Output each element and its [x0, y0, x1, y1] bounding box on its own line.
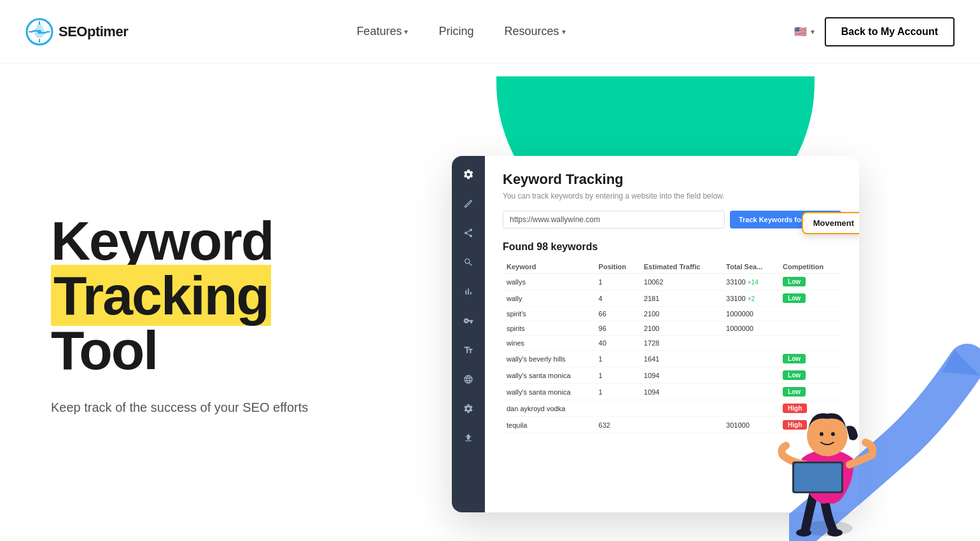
nav-resources[interactable]: Resources ▾ — [504, 25, 565, 38]
total-cell: 33100 +2 — [722, 290, 779, 307]
keyword-cell: tequila — [503, 417, 595, 433]
hero-right: Keyword Tracking You can track keywords … — [382, 89, 929, 541]
hero-subtitle: Keep track of the success of your SEO ef… — [51, 398, 382, 417]
traffic-cell — [640, 400, 722, 417]
dashboard-sidebar — [452, 156, 485, 512]
competition-badge: Low — [783, 293, 806, 303]
keyword-cell: wally's santa monica — [503, 367, 595, 384]
svg-rect-7 — [794, 463, 841, 491]
svg-point-1 — [38, 30, 41, 34]
website-input[interactable] — [503, 211, 725, 228]
competition-cell — [779, 307, 841, 321]
sidebar-icon-globe — [460, 371, 477, 388]
position-cell: 66 — [595, 307, 640, 321]
total-cell — [722, 336, 779, 351]
keyword-cell: dan aykroyd vodka — [503, 400, 595, 417]
keyword-cell: wally's beverly hills — [503, 351, 595, 367]
back-to-account-button[interactable]: Back to My Account — [825, 17, 955, 46]
traffic-cell: 1641 — [640, 351, 722, 367]
col-keyword: Keyword — [503, 260, 595, 274]
position-cell: 632 — [595, 417, 640, 433]
keyword-cell: wally's santa monica — [503, 384, 595, 400]
keyword-cell: spirits — [503, 321, 595, 336]
svg-point-5 — [827, 529, 843, 537]
dashboard-title: Keyword Tracking — [503, 171, 841, 188]
found-keywords-count: Found 98 keywords — [503, 241, 841, 253]
movement-value: +2 — [748, 295, 755, 302]
sidebar-icon-search — [460, 254, 477, 270]
keyword-cell: spirit's — [503, 307, 595, 321]
movement-value: +14 — [748, 279, 759, 286]
sidebar-icon-gear2 — [460, 400, 477, 417]
position-cell — [595, 400, 640, 417]
total-cell: 1000000 — [722, 321, 779, 336]
svg-point-9 — [820, 432, 823, 436]
position-cell: 4 — [595, 290, 640, 307]
language-selector[interactable]: 🇺🇸 ▾ — [794, 25, 815, 38]
navbar: SEOptimer Features ▾ Pricing Resources ▾… — [0, 0, 980, 64]
col-traffic: Estimated Traffic — [640, 260, 722, 274]
col-competition: Competition — [779, 260, 841, 274]
hero-title: Keyword Tracking Tool — [51, 213, 382, 377]
position-cell: 1 — [595, 384, 640, 400]
competition-badge: Low — [783, 277, 806, 286]
language-chevron: ▾ — [811, 27, 815, 36]
traffic-cell: 1094 — [640, 367, 722, 384]
sidebar-icon-share — [460, 225, 477, 241]
svg-point-8 — [807, 416, 848, 456]
table-row: wally 4 2181 33100 +2 Low — [503, 290, 841, 307]
competition-cell: Low — [779, 274, 841, 290]
position-cell: 40 — [595, 336, 640, 351]
dashboard-subtitle: You can track keywords by entering a web… — [503, 192, 841, 200]
highlight-tracking: Tracking — [51, 265, 271, 326]
logo-text: SEOptimer — [59, 24, 128, 40]
traffic-cell: 2100 — [640, 321, 722, 336]
competition-cell — [779, 321, 841, 336]
traffic-cell: 2181 — [640, 290, 722, 307]
traffic-cell: 2100 — [640, 307, 722, 321]
position-cell: 1 — [595, 367, 640, 384]
col-total: Total Sea... — [722, 260, 779, 274]
nav-features[interactable]: Features ▾ — [356, 25, 408, 38]
chevron-down-icon-resources: ▾ — [562, 27, 566, 36]
col-position: Position — [595, 260, 640, 274]
sidebar-icon-chart — [460, 283, 477, 300]
traffic-cell: 1728 — [640, 336, 722, 351]
keyword-cell: wally — [503, 290, 595, 307]
nav-right: 🇺🇸 ▾ Back to My Account — [794, 17, 955, 46]
position-cell: 96 — [595, 321, 640, 336]
movement-tooltip: Movement — [802, 212, 859, 234]
traffic-cell: 1094 — [640, 384, 722, 400]
position-cell: 1 — [595, 351, 640, 367]
logo-icon — [25, 18, 53, 46]
svg-point-4 — [796, 529, 811, 537]
sidebar-icon-upload — [460, 430, 477, 446]
sidebar-icon-settings — [460, 166, 477, 183]
keyword-cell: wines — [503, 336, 595, 351]
hero-text: Keyword Tracking Tool Keep track of the … — [51, 213, 382, 417]
nav-center: Features ▾ Pricing Resources ▾ — [356, 25, 565, 38]
logo-link[interactable]: SEOptimer — [25, 18, 128, 46]
table-row: wallys 1 10062 33100 +14 Low — [503, 274, 841, 290]
position-cell: 1 — [595, 274, 640, 290]
table-row: spirits 96 2100 1000000 — [503, 321, 841, 336]
person-illustration — [764, 363, 891, 541]
competition-cell: Low — [779, 290, 841, 307]
sidebar-icon-edit — [460, 195, 477, 212]
search-row: Track Keywords for Website — [503, 211, 841, 228]
traffic-cell: 10062 — [640, 274, 722, 290]
sidebar-icon-key — [460, 313, 477, 329]
keyword-cell: wallys — [503, 274, 595, 290]
chevron-down-icon: ▾ — [404, 27, 408, 36]
table-row: spirit's 66 2100 1000000 — [503, 307, 841, 321]
total-cell: 33100 +14 — [722, 274, 779, 290]
hero-section: Keyword Tracking Tool Keep track of the … — [0, 64, 980, 541]
svg-point-10 — [831, 432, 835, 436]
flag-icon: 🇺🇸 — [794, 25, 807, 38]
nav-pricing[interactable]: Pricing — [438, 25, 473, 38]
traffic-cell — [640, 417, 722, 433]
total-cell: 1000000 — [722, 307, 779, 321]
sidebar-icon-text — [460, 342, 477, 358]
